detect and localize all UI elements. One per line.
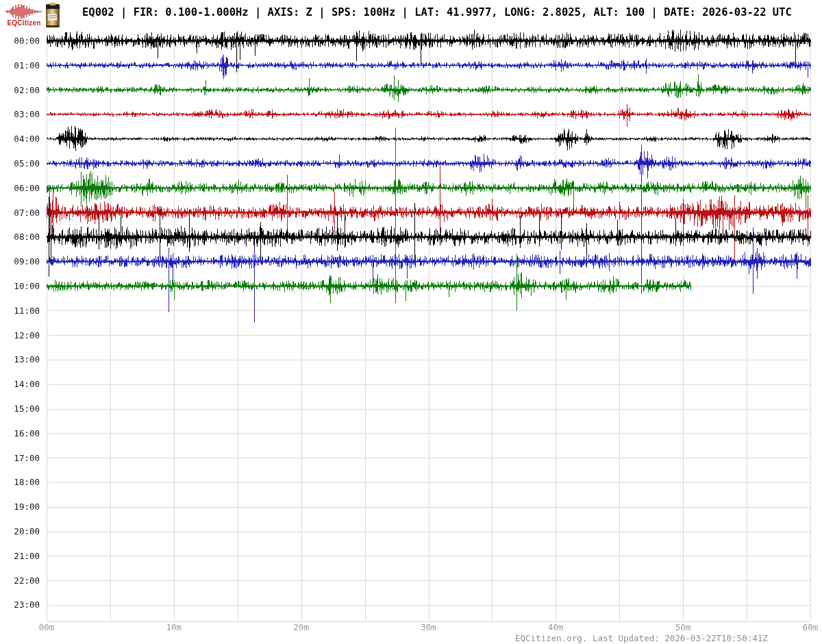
hour-label: 11:00 — [0, 306, 40, 316]
hour-label: 22:00 — [0, 575, 40, 586]
trace-canvas — [0, 0, 822, 644]
geophone-icon — [43, 2, 62, 29]
minute-label: 60m — [790, 622, 822, 632]
helicorder-page: 00:0001:0002:0003:0004:0005:0006:0007:00… — [0, 0, 822, 644]
hour-label: 05:00 — [0, 158, 40, 169]
station-header-title: EQ002 | FIR: 0.100-1.000Hz | AXIS: Z | S… — [82, 6, 792, 18]
hour-label: 23:00 — [0, 599, 40, 610]
minute-label: 30m — [408, 622, 449, 632]
footer-last-updated: EQCitizen.org. Last Updated: 2026-03-22T… — [515, 633, 768, 643]
hour-label: 04:00 — [0, 134, 40, 144]
hour-label: 16:00 — [0, 428, 40, 438]
hour-label: 19:00 — [0, 501, 40, 512]
minute-label: 50m — [662, 622, 703, 632]
hour-label: 20:00 — [0, 526, 40, 536]
hour-label: 03:00 — [0, 109, 40, 119]
hour-label: 17:00 — [0, 453, 40, 463]
hour-label: 21:00 — [0, 551, 40, 561]
logo-wordmark: EQCitizen — [5, 19, 42, 27]
eqcitizen-logo: EQCitizen — [5, 3, 42, 28]
seismic-waveform-icon — [5, 3, 42, 20]
minute-label: 00m — [26, 622, 67, 632]
hour-label: 13:00 — [0, 354, 40, 364]
helicorder-plot: 00:0001:0002:0003:0004:0005:0006:0007:00… — [0, 0, 822, 644]
minute-label: 40m — [535, 622, 576, 632]
hour-label: 12:00 — [0, 330, 40, 340]
hour-label: 01:00 — [0, 60, 40, 71]
hour-label: 18:00 — [0, 477, 40, 487]
hour-label: 07:00 — [0, 208, 40, 218]
hour-label: 06:00 — [0, 183, 40, 193]
sensor-photo — [43, 2, 62, 29]
hour-label: 09:00 — [0, 256, 40, 267]
hour-label: 14:00 — [0, 379, 40, 389]
hour-label: 15:00 — [0, 404, 40, 414]
hour-label: 10:00 — [0, 281, 40, 291]
minute-label: 10m — [153, 622, 195, 632]
minute-label: 20m — [281, 622, 322, 632]
hour-label: 02:00 — [0, 85, 40, 95]
hour-label: 08:00 — [0, 232, 40, 242]
hour-label: 00:00 — [0, 36, 40, 46]
